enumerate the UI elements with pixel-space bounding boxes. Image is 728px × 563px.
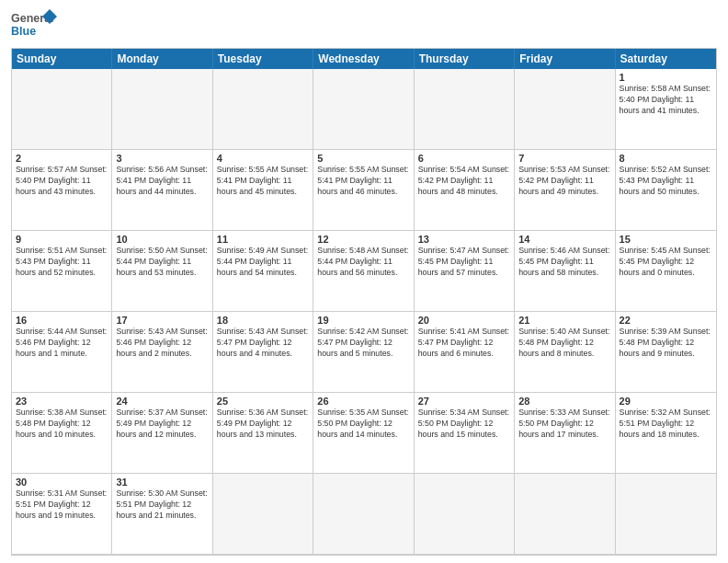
day-info: Sunrise: 5:49 AM Sunset: 5:44 PM Dayligh… <box>217 246 309 279</box>
day-info: Sunrise: 5:57 AM Sunset: 5:40 PM Dayligh… <box>16 165 108 198</box>
calendar-header: SundayMondayTuesdayWednesdayThursdayFrid… <box>12 49 716 69</box>
day-number: 22 <box>620 315 712 326</box>
day-cell: 25Sunrise: 5:36 AM Sunset: 5:49 PM Dayli… <box>213 393 313 474</box>
day-info: Sunrise: 5:50 AM Sunset: 5:44 PM Dayligh… <box>116 246 208 279</box>
day-number: 10 <box>116 234 208 245</box>
day-info: Sunrise: 5:31 AM Sunset: 5:51 PM Dayligh… <box>16 488 108 522</box>
day-number: 31 <box>116 477 208 488</box>
day-cell: 2Sunrise: 5:57 AM Sunset: 5:40 PM Daylig… <box>12 150 112 231</box>
day-number: 3 <box>116 153 208 164</box>
day-info: Sunrise: 5:43 AM Sunset: 5:46 PM Dayligh… <box>116 327 208 360</box>
empty-cell <box>213 69 313 150</box>
empty-cell <box>112 69 212 150</box>
day-number: 26 <box>317 396 409 407</box>
day-info: Sunrise: 5:47 AM Sunset: 5:45 PM Dayligh… <box>418 246 510 279</box>
day-cell: 18Sunrise: 5:43 AM Sunset: 5:47 PM Dayli… <box>213 312 313 393</box>
weekday-header: Thursday <box>415 49 515 69</box>
day-cell: 15Sunrise: 5:45 AM Sunset: 5:45 PM Dayli… <box>616 231 716 312</box>
calendar: SundayMondayTuesdayWednesdayThursdayFrid… <box>11 48 717 556</box>
day-cell: 20Sunrise: 5:41 AM Sunset: 5:47 PM Dayli… <box>415 312 515 393</box>
svg-text:Blue: Blue <box>11 25 36 38</box>
day-cell: 31Sunrise: 5:30 AM Sunset: 5:51 PM Dayli… <box>112 474 212 555</box>
day-cell: 27Sunrise: 5:34 AM Sunset: 5:50 PM Dayli… <box>415 393 515 474</box>
day-info: Sunrise: 5:38 AM Sunset: 5:48 PM Dayligh… <box>16 408 108 441</box>
empty-cell <box>415 474 515 555</box>
day-cell: 7Sunrise: 5:53 AM Sunset: 5:42 PM Daylig… <box>515 150 615 231</box>
day-number: 27 <box>418 396 510 407</box>
day-number: 9 <box>16 234 108 245</box>
day-cell: 16Sunrise: 5:44 AM Sunset: 5:46 PM Dayli… <box>12 312 112 393</box>
day-cell: 5Sunrise: 5:55 AM Sunset: 5:41 PM Daylig… <box>313 150 414 231</box>
day-number: 7 <box>518 153 610 164</box>
day-cell: 23Sunrise: 5:38 AM Sunset: 5:48 PM Dayli… <box>12 393 112 474</box>
empty-cell <box>515 69 615 150</box>
day-info: Sunrise: 5:37 AM Sunset: 5:49 PM Dayligh… <box>116 408 208 441</box>
day-info: Sunrise: 5:54 AM Sunset: 5:42 PM Dayligh… <box>418 165 510 198</box>
day-number: 16 <box>16 315 108 326</box>
day-number: 28 <box>518 396 610 407</box>
day-number: 19 <box>317 315 409 326</box>
day-cell: 10Sunrise: 5:50 AM Sunset: 5:44 PM Dayli… <box>112 231 212 312</box>
header: General Blue <box>11 9 717 42</box>
day-info: Sunrise: 5:45 AM Sunset: 5:45 PM Dayligh… <box>620 246 712 279</box>
day-info: Sunrise: 5:36 AM Sunset: 5:49 PM Dayligh… <box>217 408 309 441</box>
day-cell: 6Sunrise: 5:54 AM Sunset: 5:42 PM Daylig… <box>415 150 515 231</box>
day-info: Sunrise: 5:33 AM Sunset: 5:50 PM Dayligh… <box>518 408 610 441</box>
day-number: 5 <box>317 153 409 164</box>
day-cell: 9Sunrise: 5:51 AM Sunset: 5:43 PM Daylig… <box>12 231 112 312</box>
day-cell: 17Sunrise: 5:43 AM Sunset: 5:46 PM Dayli… <box>112 312 212 393</box>
day-number: 4 <box>217 153 309 164</box>
day-number: 30 <box>16 477 108 488</box>
day-number: 21 <box>518 315 610 326</box>
weekday-header: Wednesday <box>313 49 414 69</box>
day-cell: 3Sunrise: 5:56 AM Sunset: 5:41 PM Daylig… <box>112 150 212 231</box>
weekday-header: Sunday <box>12 49 112 69</box>
weekday-header: Friday <box>515 49 615 69</box>
day-info: Sunrise: 5:39 AM Sunset: 5:48 PM Dayligh… <box>620 327 712 360</box>
day-number: 25 <box>217 396 309 407</box>
calendar-body: 1Sunrise: 5:58 AM Sunset: 5:40 PM Daylig… <box>12 69 716 555</box>
day-info: Sunrise: 5:30 AM Sunset: 5:51 PM Dayligh… <box>116 488 208 522</box>
day-info: Sunrise: 5:41 AM Sunset: 5:47 PM Dayligh… <box>418 327 510 360</box>
day-cell: 13Sunrise: 5:47 AM Sunset: 5:45 PM Dayli… <box>415 231 515 312</box>
weekday-header: Monday <box>112 49 212 69</box>
weekday-header: Tuesday <box>213 49 313 69</box>
day-info: Sunrise: 5:46 AM Sunset: 5:45 PM Dayligh… <box>518 246 610 279</box>
day-info: Sunrise: 5:51 AM Sunset: 5:43 PM Dayligh… <box>16 246 108 279</box>
day-cell: 28Sunrise: 5:33 AM Sunset: 5:50 PM Dayli… <box>515 393 615 474</box>
empty-cell <box>313 474 414 555</box>
empty-cell <box>515 474 615 555</box>
day-info: Sunrise: 5:35 AM Sunset: 5:50 PM Dayligh… <box>317 408 409 441</box>
day-info: Sunrise: 5:43 AM Sunset: 5:47 PM Dayligh… <box>217 327 309 360</box>
day-info: Sunrise: 5:48 AM Sunset: 5:44 PM Dayligh… <box>317 246 409 279</box>
empty-cell <box>415 69 515 150</box>
empty-cell <box>313 69 414 150</box>
day-number: 15 <box>620 234 712 245</box>
empty-cell <box>616 474 716 555</box>
empty-cell <box>12 69 112 150</box>
day-number: 14 <box>518 234 610 245</box>
day-cell: 29Sunrise: 5:32 AM Sunset: 5:51 PM Dayli… <box>616 393 716 474</box>
day-info: Sunrise: 5:52 AM Sunset: 5:43 PM Dayligh… <box>620 165 712 198</box>
day-number: 13 <box>418 234 510 245</box>
day-cell: 22Sunrise: 5:39 AM Sunset: 5:48 PM Dayli… <box>616 312 716 393</box>
day-number: 2 <box>16 153 108 164</box>
day-info: Sunrise: 5:42 AM Sunset: 5:47 PM Dayligh… <box>317 327 409 360</box>
day-number: 17 <box>116 315 208 326</box>
day-cell: 26Sunrise: 5:35 AM Sunset: 5:50 PM Dayli… <box>313 393 414 474</box>
day-number: 29 <box>620 396 712 407</box>
logo: General Blue <box>11 9 57 42</box>
day-number: 6 <box>418 153 510 164</box>
page: General Blue SundayMondayTuesdayWednesda… <box>0 0 728 563</box>
day-number: 12 <box>317 234 409 245</box>
day-number: 18 <box>217 315 309 326</box>
day-cell: 30Sunrise: 5:31 AM Sunset: 5:51 PM Dayli… <box>12 474 112 555</box>
day-info: Sunrise: 5:55 AM Sunset: 5:41 PM Dayligh… <box>317 165 409 198</box>
generalblue-logo-icon: General Blue <box>11 9 57 42</box>
day-cell: 11Sunrise: 5:49 AM Sunset: 5:44 PM Dayli… <box>213 231 313 312</box>
day-cell: 14Sunrise: 5:46 AM Sunset: 5:45 PM Dayli… <box>515 231 615 312</box>
day-info: Sunrise: 5:32 AM Sunset: 5:51 PM Dayligh… <box>620 408 712 441</box>
day-info: Sunrise: 5:40 AM Sunset: 5:48 PM Dayligh… <box>518 327 610 360</box>
day-number: 8 <box>620 153 712 164</box>
day-number: 24 <box>116 396 208 407</box>
